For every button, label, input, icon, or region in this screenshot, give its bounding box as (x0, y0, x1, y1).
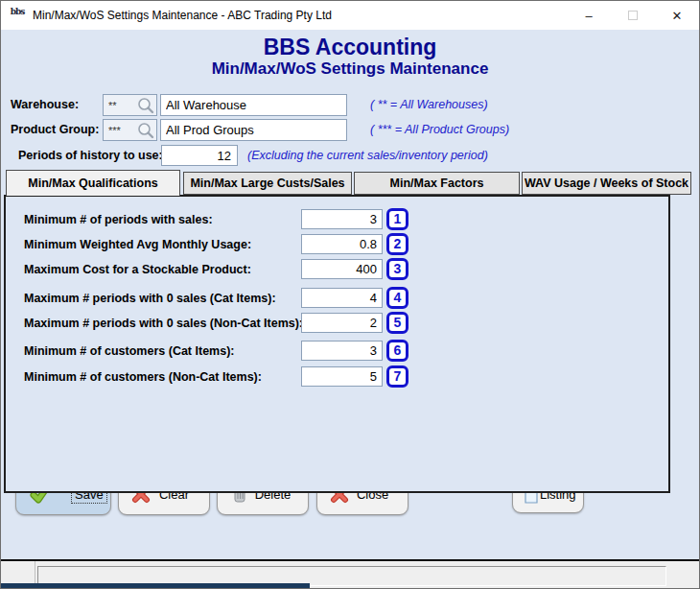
screen-title: Min/Max/WoS Settings Maintenance (1, 59, 699, 79)
app-logo-icon: bbs (9, 7, 26, 24)
warehouse-hint: ( ** = All Warehouses) (370, 94, 488, 116)
step-badge-1: 1 (386, 208, 408, 230)
min-customers-cat-input[interactable] (301, 341, 383, 361)
field-row-periods-with-sales: Minimum # of periods with sales: 1 (6, 209, 668, 230)
field-row-max-cost-stockable: Maximum Cost for a Stockable Product: 3 (6, 259, 668, 280)
field-row-weighted-avg-usage: Minimum Weighted Avg Monthly Usage: 2 (6, 234, 668, 255)
product-group-name-input[interactable] (160, 119, 347, 141)
close-window-button[interactable]: ✕ (655, 1, 699, 30)
step-badge-7: 7 (386, 365, 408, 388)
step-badge-5: 5 (386, 312, 408, 334)
bottom-edge-strip (1, 583, 310, 589)
field-label: Minimum # of periods with sales: (24, 209, 213, 230)
step-badge-2: 2 (386, 233, 408, 255)
field-label: Minimum # of customers (Cat Items): (24, 341, 234, 362)
max-zero-sales-cat-input[interactable] (301, 288, 383, 308)
periods-input[interactable] (161, 145, 238, 166)
product-group-search-icon[interactable] (136, 121, 155, 140)
max-cost-stockable-input[interactable] (301, 259, 383, 279)
product-group-label: Product Group: (11, 119, 99, 140)
tab-minmax-large-custs-sales[interactable]: Min/Max Large Custs/Sales (183, 172, 352, 195)
product-group-hint: ( *** = All Product Groups) (370, 119, 509, 141)
tab-wav-usage-weeks-of-stock[interactable]: WAV Usage / Weeks of Stock (522, 172, 691, 195)
minimize-button[interactable]: – (567, 1, 611, 30)
warehouse-code: ** (104, 100, 136, 111)
window-title: Min/Max/WoS Settings Maintenance - ABC T… (33, 9, 332, 22)
tab-minmax-qualifications[interactable]: Min/Max Qualifications (6, 170, 180, 196)
field-row-max-zero-sales-cat: Maximum # periods with 0 sales (Cat Item… (6, 288, 668, 309)
field-row-min-customers-cat: Minimum # of customers (Cat Items): 6 (6, 341, 668, 362)
field-label: Minimum Weighted Avg Monthly Usage: (24, 234, 251, 255)
min-weighted-avg-usage-input[interactable] (301, 234, 383, 254)
product-group-code: *** (104, 125, 136, 136)
tab-minmax-factors[interactable]: Min/Max Factors (354, 172, 520, 195)
field-label: Maximum Cost for a Stockable Product: (24, 259, 251, 280)
minmax-qualifications-panel: Minimum # of periods with sales: 1 Minim… (4, 195, 670, 493)
field-label: Maximum # periods with 0 sales (Non-Cat … (24, 313, 303, 334)
titlebar: bbs Min/Max/WoS Settings Maintenance - A… (1, 1, 699, 30)
step-badge-4: 4 (386, 287, 408, 309)
app-title: BBS Accounting (1, 35, 699, 60)
field-row-min-customers-noncat: Minimum # of customers (Non-Cat Items): … (6, 366, 668, 388)
step-badge-3: 3 (386, 258, 408, 280)
step-badge-6: 6 (386, 340, 408, 362)
min-customers-noncat-input[interactable] (301, 366, 383, 387)
warehouse-name-input[interactable] (160, 94, 347, 116)
min-periods-with-sales-input[interactable] (301, 209, 383, 229)
app-window: bbs Min/Max/WoS Settings Maintenance - A… (0, 0, 700, 589)
warehouse-label: Warehouse: (11, 94, 79, 115)
max-zero-sales-noncat-input[interactable] (301, 313, 383, 333)
maximize-icon (628, 11, 638, 20)
warehouse-search-icon[interactable] (136, 96, 155, 115)
field-label: Maximum # periods with 0 sales (Cat Item… (24, 288, 276, 309)
periods-hint: (Excluding the current sales/inventory p… (247, 145, 488, 167)
periods-label: Periods of history to use: (18, 145, 163, 166)
window-controls: – ✕ (567, 1, 699, 30)
product-group-code-field[interactable]: *** (103, 119, 157, 141)
maximize-button[interactable] (611, 1, 655, 30)
field-row-max-zero-sales-noncat: Maximum # periods with 0 sales (Non-Cat … (6, 313, 668, 334)
field-label: Minimum # of customers (Non-Cat Items): (24, 366, 262, 388)
warehouse-code-field[interactable]: ** (103, 94, 157, 116)
